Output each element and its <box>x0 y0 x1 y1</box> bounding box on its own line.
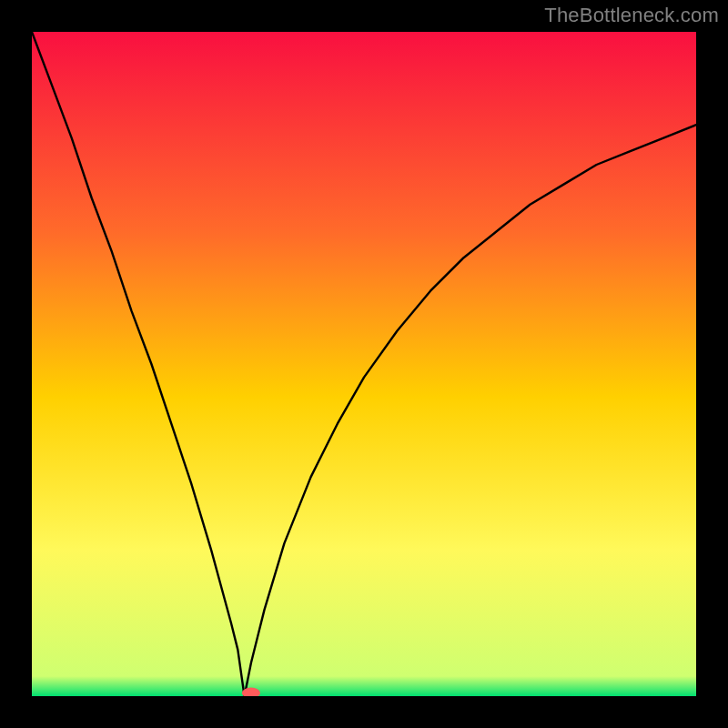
bottleneck-plot <box>32 32 696 696</box>
plot-svg <box>32 32 696 696</box>
svg-rect-0 <box>32 32 696 696</box>
chart-frame: TheBottleneck.com <box>0 0 728 728</box>
attribution-label: TheBottleneck.com <box>544 4 719 27</box>
